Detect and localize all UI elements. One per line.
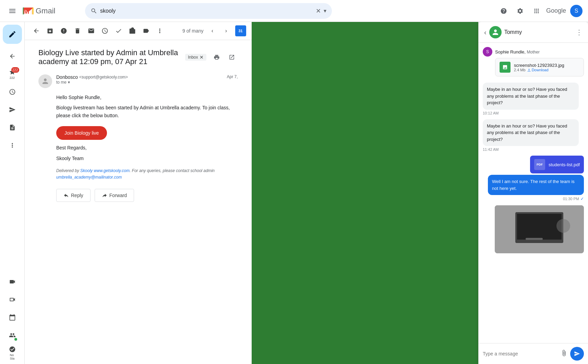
received-message-2: Maybe in an hour or so? Have you faced a… (483, 119, 579, 146)
delete-button[interactable] (71, 25, 84, 37)
topbar-left: M Gmail (5, 4, 81, 18)
inbox-badge-close[interactable]: ✕ (200, 54, 204, 60)
skooly-url-link[interactable]: www.getskooly.com (94, 168, 129, 173)
hamburger-button[interactable] (5, 4, 19, 18)
sidebar-item-contacts[interactable] (4, 327, 21, 343)
email-body: Hello Sophie Rundle, Biology livestream … (56, 94, 238, 181)
email-button[interactable] (85, 25, 97, 37)
next-email-button[interactable]: › (220, 25, 232, 37)
print-button[interactable] (211, 51, 223, 63)
settings-button[interactable] (513, 4, 527, 18)
left-sidebar: 222 222 (0, 22, 25, 364)
help-button[interactable] (497, 4, 511, 18)
chat-more-button[interactable]: ⋮ (576, 28, 583, 36)
download-button[interactable]: Download (527, 68, 549, 72)
read-checkmark: ✓ (580, 196, 584, 201)
sender-avatar (38, 74, 52, 88)
sidebar-item-more[interactable] (4, 137, 21, 154)
sidebar-item-meet[interactable] (4, 274, 21, 290)
skooly-link[interactable]: Skooly (80, 168, 93, 173)
search-input[interactable] (100, 8, 313, 14)
forward-button[interactable]: Forward (95, 189, 134, 202)
sophie-avatar: S (483, 47, 492, 57)
topbar-right: Google S (497, 4, 583, 18)
sidebar-item-calendar[interactable] (4, 309, 21, 326)
more-button[interactable] (154, 25, 166, 37)
sidebar-item-no-sta[interactable]: NoSta (4, 345, 21, 361)
sidebar-item-sent[interactable] (4, 101, 21, 118)
main-layout: 222 222 (0, 22, 588, 364)
message-time-2: 11:42 AM (483, 147, 584, 151)
move-button[interactable] (126, 25, 139, 37)
reply-button[interactable]: Reply (56, 189, 91, 202)
sender-name: Donbosco (56, 74, 78, 80)
gmail-text: Gmail (36, 7, 55, 15)
user-avatar[interactable]: S (570, 5, 583, 17)
sidebar-item-video[interactable] (4, 291, 21, 308)
join-biology-button[interactable]: Join Biology live (56, 126, 107, 140)
mark-done-button[interactable] (112, 25, 125, 37)
search-icon (91, 8, 97, 14)
sidebar-item-snoozed[interactable] (4, 84, 21, 100)
email-subject: Biology Live started by Admin at Umbrell… (38, 48, 181, 66)
sidebar-item-drafts[interactable] (4, 119, 21, 136)
to-me-arrow[interactable]: ▾ (68, 80, 70, 85)
sender-email: <support@getskooly.com> (79, 75, 128, 80)
attachment-filename: screenshot-12923923.jpg (514, 63, 579, 68)
svg-point-8 (556, 219, 570, 233)
notification-badge: 222 (11, 67, 19, 73)
message-block-2: Maybe in an hour or so? Have you faced a… (483, 83, 584, 115)
calendar-app-icon[interactable]: 31 (235, 25, 246, 36)
back-button[interactable] (30, 25, 43, 37)
email-date: Apr 7, (227, 74, 238, 79)
chat-contact-avatar (489, 26, 502, 38)
search-clear-icon[interactable]: ✕ (316, 7, 321, 15)
email-header: Donbosco <support@getskooly.com> to me ▾… (38, 74, 238, 88)
prev-email-button[interactable]: ‹ (206, 25, 219, 37)
gmail-logo: M Gmail (22, 5, 55, 17)
starred-label: 222 (10, 76, 15, 80)
apps-button[interactable] (530, 4, 543, 18)
attachment-icon (500, 62, 511, 73)
chat-header: ‹ Tommy ⋮ (479, 22, 588, 43)
umbrella-email-link[interactable]: umbrella_academy@mailinator.com (56, 175, 122, 180)
to-me-text[interactable]: to me (56, 80, 67, 85)
green-bg (252, 22, 479, 364)
sidebar-item-back[interactable] (4, 48, 21, 64)
send-message-button[interactable] (570, 347, 584, 361)
spam-button[interactable] (58, 25, 70, 37)
pdf-filename: students-list.pdf (549, 162, 580, 167)
search-dropdown-icon[interactable]: ▾ (324, 8, 326, 14)
label-button[interactable] (140, 25, 152, 37)
message-time-3: 01:30 PM ✓ (563, 196, 584, 201)
email-content: Biology Live started by Admin at Umbrell… (25, 40, 252, 364)
svg-text:M: M (23, 7, 29, 15)
image-preview (495, 205, 584, 253)
content-area: 9 of many ‹ › 31 Biology Live started by… (25, 22, 252, 364)
topbar: M Gmail ✕ ▾ Google S (0, 0, 588, 22)
no-sta-label: NoSta (10, 353, 15, 360)
snooze-button[interactable] (99, 25, 111, 37)
attachment-size: 2.4 Mb Download (514, 68, 579, 72)
compose-button[interactable] (3, 25, 22, 44)
sent-message: Well I am not sure. The rest of the team… (488, 175, 584, 195)
chat-panel: ‹ Tommy ⋮ S Sophie Rundle, Mother (478, 22, 588, 364)
email-toolbar: 9 of many ‹ › 31 (25, 22, 252, 40)
chat-back-button[interactable]: ‹ (484, 28, 487, 36)
google-text: Google (546, 7, 566, 14)
preview-image-svg (495, 205, 584, 253)
attach-button[interactable] (561, 350, 567, 358)
team-text: Skooly Team (56, 155, 238, 162)
open-new-window-button[interactable] (226, 51, 238, 63)
attachment-info: screenshot-12923923.jpg 2.4 Mb Download (514, 63, 579, 72)
chat-contact-name: Tommy (504, 29, 573, 35)
chat-message-input[interactable] (483, 351, 558, 356)
inbox-badge: Inbox ✕ (185, 54, 206, 61)
attachment-card: screenshot-12923923.jpg 2.4 Mb Download (495, 58, 584, 76)
greeting-text: Hello Sophie Rundle, (56, 94, 238, 101)
svg-rect-7 (526, 238, 543, 240)
email-footer: Delivered by Skooly www.getskooly.com. F… (56, 168, 238, 181)
search-bar[interactable]: ✕ ▾ (85, 3, 332, 19)
archive-button[interactable] (44, 25, 56, 37)
sidebar-item-starred[interactable]: 222 222 (4, 66, 21, 82)
